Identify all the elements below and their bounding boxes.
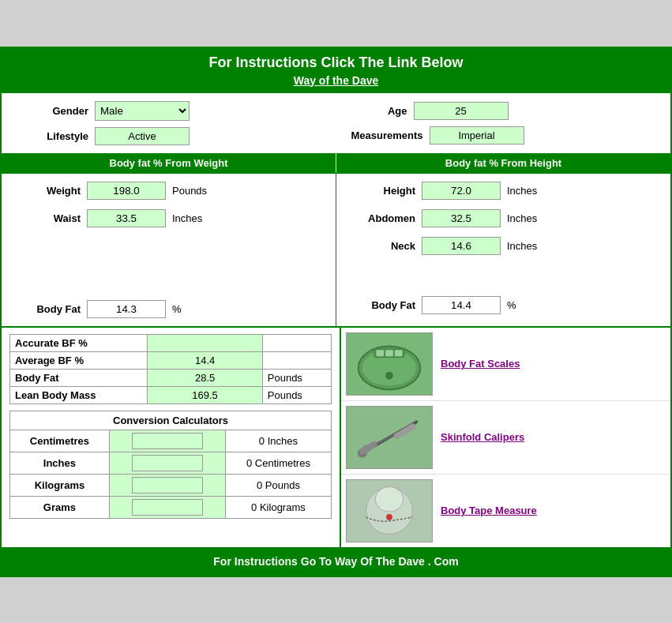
gender-select[interactable]: Male Female [95,101,190,121]
gender-label: Gender [17,105,88,117]
summary-table: Accurate BF % Average BF % 14.4 Body Fat… [9,334,332,404]
calipers-link[interactable]: Skinfold Calipers [441,431,524,443]
conv-grams-label: Grams [10,496,110,518]
abdomen-row: Abdomen Inches [352,209,655,227]
conv-inches-label: Inches [10,452,110,474]
main-container: For Instructions Click The Link Below Wa… [0,47,672,577]
conversion-header: Conversion Calculators [9,411,332,430]
scales-row: Body Fat Scales [341,328,670,401]
header-title: For Instructions Click The Link Below [2,48,670,73]
body-fat-left-input[interactable] [87,300,166,318]
waist-unit: Inches [172,212,202,224]
body-fat-summary-unit: Pounds [262,369,331,386]
svg-point-7 [385,371,393,379]
conversion-table: Centimetres 0 Inches Inches 0 Centimetre… [9,430,332,519]
weight-label: Weight [17,185,81,197]
body-fat-right-row: Body Fat % [352,296,655,314]
bottom-section: Accurate BF % Average BF % 14.4 Body Fat… [2,326,670,547]
waist-row: Waist Inches [17,209,320,227]
tape-link[interactable]: Body Tape Measure [441,505,537,516]
tape-image [346,479,433,542]
body-fat-left-unit: % [172,303,182,315]
body-fat-summary-row: Body Fat 28.5 Pounds [10,369,332,386]
conv-inches-input[interactable] [109,452,225,474]
neck-unit: Inches [507,240,537,252]
svg-rect-6 [395,350,403,356]
footer: For Instructions Go To Way Of The Dave .… [2,547,670,576]
conv-kilograms-input[interactable] [109,474,225,496]
svg-point-18 [386,513,392,520]
measurements-row: Measurements Imperial [336,126,655,144]
scales-svg [347,332,432,396]
conv-centimetres-row: Centimetres 0 Inches [10,430,332,452]
right-col-body: Height Inches Abdomen Inches Neck Inches… [336,174,670,326]
svg-rect-5 [385,350,393,356]
age-field[interactable]: 25 [414,102,509,120]
accurate-bf-value [148,334,262,351]
abdomen-input[interactable] [422,209,501,227]
conv-centimetres-label: Centimetres [10,430,110,452]
body-fat-left-row: Body Fat % [17,300,320,318]
lean-body-label: Lean Body Mass [10,386,148,403]
lean-body-row: Lean Body Mass 169.5 Pounds [10,386,332,403]
conv-kilograms-row: Kilograms 0 Pounds [10,474,332,496]
tape-row: Body Tape Measure [341,475,670,547]
conv-grams-row: Grams 0 Kilograms [10,496,332,518]
lifestyle-field: Active [95,127,190,145]
body-fat-summary-value: 28.5 [148,369,262,386]
body-fat-right-input[interactable] [422,296,501,314]
gender-row: Gender Male Female [17,101,336,121]
scales-link[interactable]: Body Fat Scales [441,358,520,370]
way-of-dave-link[interactable]: Way of the Dave [294,74,379,87]
weight-input[interactable] [87,182,166,200]
waist-input[interactable] [87,209,166,227]
inputs-section: Gender Male Female Lifestyle Active Age … [2,93,670,153]
header-link-row: Way of the Dave [2,73,670,93]
average-bf-row: Average BF % 14.4 [10,351,332,369]
inputs-left: Gender Male Female Lifestyle Active [17,101,336,145]
abdomen-label: Abdomen [352,212,415,224]
lifestyle-label: Lifestyle [17,130,88,142]
neck-input[interactable] [422,237,501,255]
average-bf-value: 14.4 [148,351,262,369]
measurements-label: Measurements [336,129,423,141]
weight-unit: Pounds [172,185,207,197]
conv-grams-input[interactable] [109,496,225,518]
body-fat-summary-label: Body Fat [10,369,148,386]
svg-rect-4 [376,350,384,356]
body-fat-left-label: Body Fat [17,303,81,315]
weight-row: Weight Pounds [17,182,320,200]
height-unit: Inches [507,185,537,197]
average-bf-label: Average BF % [10,351,148,369]
neck-label: Neck [352,240,415,252]
col-headers: Body fat % From Weight Body fat % From H… [2,153,670,173]
measurements-field: Imperial [430,126,524,144]
age-row: Age 25 [336,102,655,120]
neck-row: Neck Inches [352,237,655,255]
body-fat-right-label: Body Fat [352,299,415,311]
measurement-body: Weight Pounds Waist Inches Body Fat % He… [2,173,670,326]
conv-centimetres-input[interactable] [109,430,225,452]
conv-kilograms-label: Kilograms [10,474,110,496]
footer-text: For Instructions Go To Way Of The Dave .… [213,555,458,568]
bottom-left: Accurate BF % Average BF % 14.4 Body Fat… [2,328,341,547]
header-title-text: For Instructions Click The Link Below [208,54,463,70]
calipers-image [346,406,433,469]
left-col-header: Body fat % From Weight [2,153,336,173]
conv-grams-output: 0 Kilograms [225,496,331,518]
accurate-bf-row: Accurate BF % [10,334,332,351]
height-row: Height Inches [352,182,655,200]
svg-point-17 [375,486,403,511]
conv-inches-output: 0 Centimetres [225,452,331,474]
tape-svg [347,479,432,542]
waist-label: Waist [17,212,81,224]
bottom-right: Body Fat Scales Skinfold Ca [341,328,670,547]
age-label: Age [336,105,407,117]
right-col-header: Body fat % From Height [336,153,670,173]
conv-centimetres-output: 0 Inches [225,430,331,452]
accurate-bf-label: Accurate BF % [10,334,148,351]
height-input[interactable] [422,182,501,200]
body-fat-right-unit: % [507,299,516,311]
lean-body-value: 169.5 [148,386,262,403]
conv-kilograms-output: 0 Pounds [225,474,331,496]
